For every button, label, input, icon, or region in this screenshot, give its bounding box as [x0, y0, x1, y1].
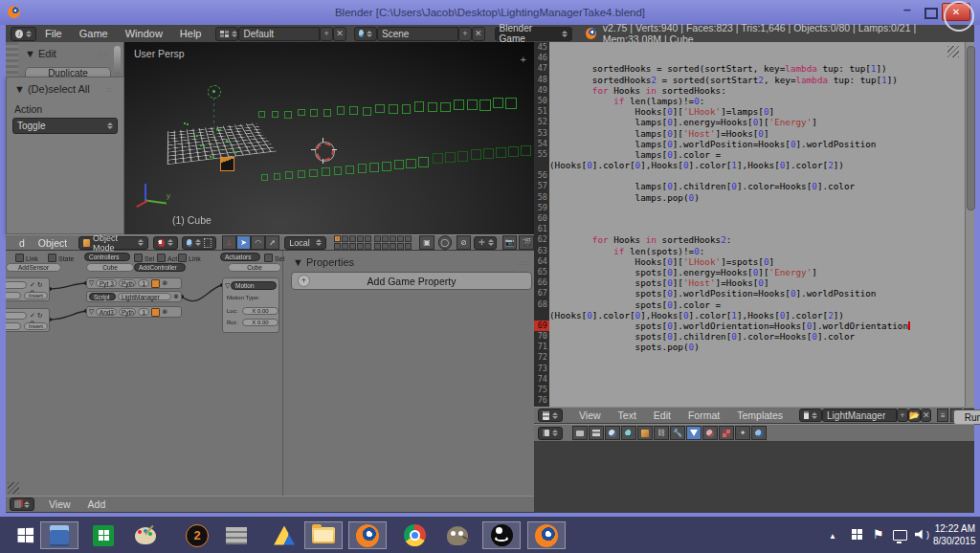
scrollbar-handle[interactable]	[967, 46, 975, 210]
screen-layout-icon-button[interactable]	[215, 27, 238, 41]
text-editor-type-selector[interactable]	[538, 409, 563, 422]
translate-manipulator-icon[interactable]: ➤	[236, 235, 251, 250]
logic-menu-add[interactable]: Add	[79, 498, 115, 510]
script-mode-select[interactable]: Script	[89, 293, 116, 300]
layers-grid-1[interactable]	[334, 235, 371, 250]
priority-icon[interactable]	[151, 279, 160, 288]
taskbar-gimp[interactable]	[438, 521, 477, 549]
transform-orientation-select[interactable]: Local	[284, 236, 326, 250]
rotate-manipulator-icon[interactable]: ◠	[251, 235, 265, 250]
menu-window[interactable]: Window	[117, 28, 171, 39]
taskbar-blender[interactable]	[348, 521, 387, 549]
taskbar-obs[interactable]	[482, 521, 521, 549]
snap-magnet-icon[interactable]: ⊘	[457, 235, 471, 250]
menu-file[interactable]: File	[36, 28, 71, 39]
corner-gripper-icon[interactable]	[8, 482, 19, 494]
menu-add-clipped[interactable]: d	[19, 237, 25, 249]
run-script-button[interactable]: Run	[953, 409, 980, 425]
tray-windows-icon[interactable]	[852, 529, 862, 540]
text-datablock-name[interactable]: LightManager	[822, 409, 897, 422]
invert-button[interactable]: Invert	[24, 292, 48, 299]
menu-game[interactable]: Game	[71, 28, 117, 39]
sensors-link-toggle[interactable]: Link	[15, 254, 38, 262]
tray-action-center-icon[interactable]: ⚑	[873, 527, 884, 542]
text-menu-text[interactable]: Text	[610, 409, 645, 421]
region-divider[interactable]	[282, 251, 283, 496]
viewport-shading-select[interactable]	[153, 236, 178, 250]
text-datablock-icon[interactable]	[799, 409, 822, 422]
actuator-brick-motion[interactable]: Motion ▽ Motion Type: Loc: X 0.00 Rot: X…	[222, 277, 279, 333]
tray-expand-icon[interactable]: ▲	[829, 532, 836, 541]
deselect-panel-header[interactable]: ▼ (De)select All	[14, 83, 90, 95]
lock-to-scene-icon[interactable]: ▣	[419, 235, 434, 250]
scene-field[interactable]: Scene	[377, 27, 458, 41]
logic-editor-type-selector[interactable]	[10, 498, 34, 511]
priority-icon[interactable]	[151, 308, 160, 317]
edit-panel-header[interactable]: ▼ Edit	[25, 48, 56, 59]
add-game-property-button[interactable]: + Add Game Property	[291, 272, 532, 290]
actuators-sel-toggle[interactable]: Sel	[264, 254, 284, 262]
action-select[interactable]: Toggle	[12, 118, 118, 134]
code-editor[interactable]: sortedHooks = sorted(sortStart, key=lamb…	[549, 42, 965, 407]
taskbar-paint[interactable]	[126, 521, 165, 549]
start-button[interactable]	[6, 521, 44, 549]
taskbar-google-drive[interactable]	[265, 521, 303, 549]
add-scene-button[interactable]: +	[458, 27, 472, 41]
menu-help[interactable]: Help	[171, 28, 211, 39]
tab-render-icon[interactable]	[572, 426, 588, 440]
sensor-brick[interactable]: ✓ ↻ ⊗ Invert	[6, 308, 50, 332]
tab-object-icon[interactable]	[637, 426, 653, 440]
screen-layout-field[interactable]: Default	[238, 27, 320, 41]
taskbar-bricks[interactable]	[217, 521, 256, 549]
controller-x-icon[interactable]: ⊗	[162, 308, 167, 316]
logic-menu-view[interactable]: View	[40, 498, 79, 510]
sensor-brick[interactable]: ✓ ↻ ⊗ Invert	[6, 277, 50, 301]
taskbar-emulator-2[interactable]: 2	[178, 521, 216, 549]
properties-panel-header[interactable]: ▼ Properties	[293, 256, 354, 268]
script-datablock-field[interactable]: LightManager	[118, 293, 171, 300]
layers-grid-2[interactable]	[374, 235, 412, 250]
cube-object[interactable]	[220, 157, 234, 171]
text-menu-edit[interactable]: Edit	[645, 409, 679, 421]
controllers-link-toggle[interactable]: Link	[178, 254, 201, 262]
scene-icon-button[interactable]	[354, 27, 377, 41]
taskbar-clock[interactable]: 12:22 AM 8/30/2015	[933, 522, 975, 547]
loc-x-field[interactable]: X 0.00	[242, 307, 278, 315]
pivot-select[interactable]	[182, 236, 216, 250]
cursor-3d[interactable]	[316, 143, 334, 161]
text-scrollbar[interactable]	[965, 42, 974, 407]
open-text-button[interactable]: 📂	[908, 409, 921, 422]
scale-manipulator-icon[interactable]: ➚	[265, 235, 279, 250]
tray-network-icon[interactable]	[893, 530, 907, 541]
tab-physics-icon[interactable]	[751, 426, 767, 440]
controllers-act-toggle[interactable]: Act	[157, 254, 177, 262]
taskbar-store[interactable]	[84, 521, 122, 549]
sensors-state-toggle[interactable]: State	[48, 254, 74, 262]
taskbar-chrome[interactable]	[395, 521, 434, 549]
snap-element-select[interactable]: ✛	[474, 236, 497, 250]
add-sensor-button[interactable]: AddSensor	[6, 263, 61, 272]
add-controller-button[interactable]: AddController	[134, 263, 186, 272]
text-menu-format[interactable]: Format	[679, 409, 728, 421]
unlink-text-button[interactable]: ✕	[921, 409, 932, 422]
tab-scene-icon[interactable]	[605, 426, 620, 440]
logic-editor[interactable]: Link State Controllers Sel Act Link Actu…	[6, 251, 534, 496]
proportional-edit-icon[interactable]: ◯	[438, 235, 452, 250]
taskbar-file-explorer[interactable]	[304, 521, 343, 549]
tab-particles-icon[interactable]: ✦	[735, 426, 750, 440]
tab-texture-icon[interactable]	[719, 426, 734, 440]
render-engine-select[interactable]: Blender Game	[495, 27, 572, 41]
tab-physics-bounds-icon[interactable]	[686, 426, 702, 440]
maximize-button[interactable]	[924, 8, 938, 19]
delete-layout-button[interactable]: ✕	[333, 27, 346, 41]
delete-scene-button[interactable]: ✕	[472, 27, 485, 41]
tool-shelf-scrollbar[interactable]	[114, 46, 121, 75]
menu-object[interactable]: Object	[38, 237, 67, 249]
tray-volume-icon[interactable]: )	[915, 529, 925, 540]
rot-x-field[interactable]: X 0.00	[242, 319, 278, 326]
properties-editor-type-selector[interactable]	[538, 427, 563, 440]
panel-drag-dots-icon[interactable]: ::::	[98, 50, 110, 58]
mode-select[interactable]: Object Mode	[78, 236, 148, 250]
viewport-3d[interactable]: User Persp + y (1) Cube	[124, 42, 534, 234]
corner-gripper-icon[interactable]	[947, 46, 959, 57]
